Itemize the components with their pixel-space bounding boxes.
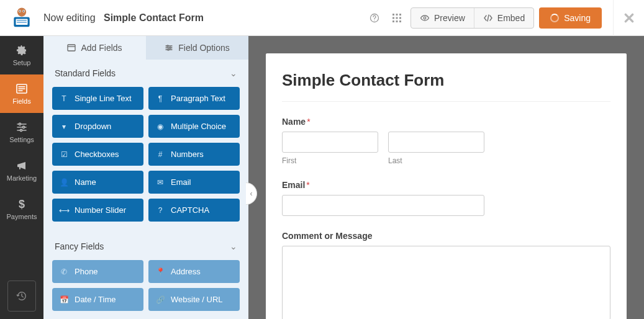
field-type-icon: ✆	[60, 267, 68, 276]
first-sublabel: First	[282, 156, 378, 165]
svg-rect-15	[396, 17, 398, 19]
logo-icon	[10, 6, 34, 30]
field-type-button[interactable]: ☑Checkboxes	[52, 143, 143, 166]
field-name[interactable]: Name* First Last	[282, 117, 610, 165]
field-email[interactable]: Email*	[282, 180, 610, 216]
field-type-icon: ▾	[60, 122, 68, 131]
svg-rect-23	[19, 88, 25, 89]
field-type-label: Website / URL	[171, 295, 223, 304]
header-actions: Preview Embed Saving	[366, 7, 613, 29]
embed-button[interactable]: Embed	[474, 8, 533, 28]
field-type-label: Multiple Choice	[171, 122, 226, 131]
field-type-label: Numbers	[171, 150, 204, 159]
field-type-icon: ✉	[156, 178, 165, 187]
options-icon	[165, 43, 173, 52]
field-type-label: Dropdown	[75, 122, 111, 131]
field-label: Name*	[282, 117, 610, 127]
field-type-label: Number Slider	[75, 205, 126, 215]
comment-textarea[interactable]	[282, 246, 610, 319]
chevron-left-icon: ‹	[250, 189, 253, 198]
svg-rect-24	[19, 90, 23, 91]
svg-point-4	[23, 11, 24, 12]
field-type-icon: 📍	[156, 267, 165, 276]
field-type-label: Phone	[75, 267, 98, 276]
field-type-button[interactable]: 📍Address	[148, 260, 240, 283]
svg-rect-12	[396, 14, 398, 16]
field-type-icon: 👤	[60, 178, 68, 187]
field-type-icon: 🔗	[156, 295, 165, 304]
svg-rect-7	[17, 20, 27, 21]
sidebar-item-label: Payments	[7, 213, 37, 220]
editing-title: Now editing Simple Contact Form	[43, 12, 366, 24]
last-name-input[interactable]	[388, 132, 484, 153]
eye-icon	[420, 13, 430, 23]
preview-button[interactable]: Preview	[411, 8, 474, 28]
field-type-label: Name	[75, 177, 96, 187]
required-asterisk: *	[307, 117, 310, 127]
code-icon	[483, 13, 493, 23]
email-input[interactable]	[282, 195, 484, 216]
field-type-label: Email	[171, 177, 191, 187]
svg-rect-13	[399, 14, 401, 16]
sidebar-item-settings[interactable]: Settings	[0, 113, 43, 151]
field-label: Comment or Message	[282, 231, 610, 241]
svg-point-0	[17, 7, 26, 16]
sidebar-item-label: Fields	[12, 97, 30, 105]
form-preview-card[interactable]: Simple Contact Form Name* First Last	[266, 53, 627, 319]
sliders-icon	[16, 121, 28, 133]
wpforms-logo[interactable]	[0, 0, 43, 36]
svg-point-31	[168, 49, 169, 50]
field-type-button[interactable]: ⟷Number Slider	[52, 199, 143, 222]
save-button[interactable]: Saving	[539, 7, 602, 29]
field-type-button[interactable]: ▾Dropdown	[52, 115, 143, 138]
sidebar-item-label: Settings	[9, 136, 34, 143]
field-label: Email*	[282, 180, 610, 190]
first-name-input[interactable]	[282, 132, 378, 153]
svg-point-26	[22, 126, 24, 128]
required-asterisk: *	[306, 180, 309, 190]
field-group-header[interactable]: Fancy Fields⌄	[43, 233, 248, 260]
sidebar-item-payments[interactable]: $ Payments	[0, 190, 43, 228]
add-fields-icon	[67, 43, 76, 52]
builder-sidebar: Setup Fields Settings Marketing $ Paymen…	[0, 36, 43, 319]
field-type-button[interactable]: ◉Multiple Choice	[148, 115, 240, 138]
tab-field-options[interactable]: Field Options	[146, 36, 248, 60]
help-icon[interactable]	[366, 9, 383, 27]
history-icon	[16, 290, 27, 302]
spinner-icon	[550, 14, 559, 22]
sidebar-item-fields[interactable]: Fields	[0, 74, 43, 113]
field-type-button[interactable]: 📅Date / Time	[52, 288, 143, 311]
field-type-button[interactable]: TSingle Line Text	[52, 87, 143, 110]
sidebar-item-marketing[interactable]: Marketing	[0, 151, 43, 190]
chevron-down-icon: ⌄	[230, 241, 237, 251]
svg-point-20	[424, 17, 426, 19]
last-sublabel: Last	[388, 156, 484, 165]
close-button[interactable]	[613, 0, 644, 36]
svg-point-3	[19, 11, 20, 12]
field-type-button[interactable]: #Numbers	[148, 143, 240, 166]
field-type-button[interactable]: ¶Paragraph Text	[148, 87, 240, 110]
svg-point-10	[374, 19, 374, 20]
field-comment[interactable]: Comment or Message	[282, 231, 610, 319]
header: Now editing Simple Contact Form Preview …	[0, 0, 644, 36]
apps-grid-icon[interactable]	[388, 9, 406, 27]
field-group-header[interactable]: Standard Fields⌄	[43, 60, 248, 87]
field-type-button[interactable]: ✆Phone	[52, 260, 143, 283]
svg-rect-14	[392, 17, 394, 19]
field-type-label: Single Line Text	[75, 94, 132, 103]
dollar-icon: $	[16, 198, 28, 210]
svg-rect-28	[68, 45, 75, 51]
form-name: Simple Contact Form	[104, 12, 204, 23]
tab-add-fields[interactable]: Add Fields	[43, 36, 146, 60]
field-type-label: CAPTCHA	[171, 205, 209, 215]
field-type-button[interactable]: ?CAPTCHA	[148, 199, 240, 222]
svg-point-29	[167, 45, 168, 47]
sidebar-item-setup[interactable]: Setup	[0, 36, 43, 74]
field-type-icon: #	[156, 150, 165, 159]
field-type-button[interactable]: ✉Email	[148, 171, 240, 194]
field-type-button[interactable]: 🔗Website / URL	[148, 288, 240, 311]
field-type-button[interactable]: 👤Name	[52, 171, 143, 194]
field-type-label: Date / Time	[75, 295, 116, 304]
revisions-button[interactable]	[7, 281, 36, 312]
fields-panel: Add Fields Field Options Standard Fields…	[43, 36, 248, 319]
